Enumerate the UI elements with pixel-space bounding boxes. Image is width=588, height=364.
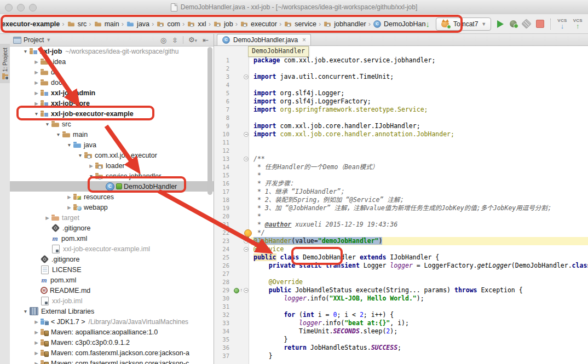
code-text[interactable]: * 1、继承 “IJobHandler”； <box>251 188 588 196</box>
code-text[interactable]: @JobHander(value="demoJobHandler") <box>251 237 588 245</box>
tree-item-resources[interactable]: resources <box>10 192 214 202</box>
intention-bulb-icon[interactable] <box>244 229 252 237</box>
breadcrumb-item-com[interactable]: com <box>155 19 181 29</box>
code-text[interactable]: return JobHandleStatus.SUCCESS; <box>251 344 588 352</box>
vcs-update-button[interactable]: VCS ↓ <box>557 19 567 30</box>
code-text[interactable]: package com.xxl.job.executor.service.job… <box>251 56 588 65</box>
expand-arrow-icon[interactable] <box>33 80 40 85</box>
tree-item-pom-xml[interactable]: pom.xml <box>10 275 214 285</box>
fold-marker-icon[interactable] <box>244 74 249 79</box>
code-text[interactable]: TimeUnit.SECONDS.sleep(2); <box>251 327 588 336</box>
breadcrumb-item-java[interactable]: java <box>125 19 150 29</box>
expand-arrow-icon[interactable] <box>33 319 40 325</box>
vcs-commit-button[interactable]: VCS ↑ <box>573 19 583 30</box>
fold-marker-icon[interactable] <box>244 132 249 137</box>
tree-item-xxl-job[interactable]: xxl-job~/workspaces/idea-git-workspace/g… <box>10 46 214 56</box>
tree-item-xxl-job-admin[interactable]: xxl-job-admin <box>10 88 214 98</box>
expand-arrow-icon[interactable] <box>33 70 40 75</box>
code-text[interactable]: @Service <box>251 245 588 253</box>
code-text[interactable]: logger.info("beat at:{}", i); <box>251 319 588 327</box>
run-configuration-select[interactable]: Tomcat7 ▼ <box>436 18 491 31</box>
code-text[interactable]: * @author xuxueli 2015-12-19 19:43:36 <box>251 221 588 229</box>
code-text[interactable] <box>251 138 588 147</box>
hide-panel-icon[interactable]: ⇤ <box>201 37 210 44</box>
expand-arrow-icon[interactable] <box>77 153 84 158</box>
code-text[interactable]: * 开发步骤： <box>251 180 588 188</box>
expand-arrow-icon[interactable] <box>44 215 51 221</box>
expand-arrow-icon[interactable] <box>88 163 95 169</box>
stop-button[interactable] <box>536 20 544 28</box>
tree-item-main[interactable]: main <box>10 129 214 140</box>
code-text[interactable]: import com.xxl.job.core.handler.annotati… <box>251 130 588 138</box>
code-text[interactable]: } <box>251 352 588 360</box>
expand-arrow-icon[interactable] <box>33 59 40 65</box>
code-text[interactable]: public JobHandleStatus execute(String...… <box>251 286 588 294</box>
expand-arrow-icon[interactable] <box>33 90 40 96</box>
expand-arrow-icon[interactable] <box>55 132 62 137</box>
tree-item-external-libraries[interactable]: External Libraries <box>10 306 214 316</box>
code-text[interactable] <box>251 147 588 155</box>
gear-icon[interactable]: ⚙▾ <box>187 36 199 44</box>
breadcrumb-item-jobhandler[interactable]: jobhandler <box>322 19 366 29</box>
code-text[interactable]: * <box>251 171 588 180</box>
breadcrumb-item-executor-example[interactable]: executor-example <box>1 20 60 28</box>
fold-marker-icon[interactable] <box>244 247 249 252</box>
expand-arrow-icon[interactable] <box>33 361 40 364</box>
tree-item-doc[interactable]: doc <box>10 77 214 88</box>
code-text[interactable]: } <box>251 336 588 344</box>
code-text[interactable]: * 2、装配到Spring，例如加 “@Service” 注解； <box>251 196 588 204</box>
tree-item-maven-com-fasterxml-jackson-core-jackson-c[interactable]: Maven: com.fasterxml.jackson.core:jackso… <box>10 358 214 364</box>
code-text[interactable]: */ <box>251 229 588 237</box>
tree-item-maven-c3p0-c3p0-0-9-1-2[interactable]: Maven: c3p0:c3p0:0.9.1.2 <box>10 337 214 348</box>
fold-marker-icon[interactable] <box>244 239 249 244</box>
spring-bean-icon[interactable] <box>234 288 239 293</box>
code-text[interactable] <box>251 270 588 278</box>
tree-item-pom-xml[interactable]: pom.xml <box>10 233 214 244</box>
expand-arrow-icon[interactable] <box>22 49 29 54</box>
expand-arrow-icon[interactable] <box>66 142 73 148</box>
code-text[interactable]: import com.xxl.job.core.handler.IJobHand… <box>251 122 588 130</box>
locate-file-icon[interactable]: ◎ <box>159 37 168 44</box>
tree-item-xxl-job-core[interactable]: xxl-job-core <box>10 98 214 108</box>
code-text[interactable]: * 3、加 “@JobHander” 注解，注解value值为新增任务生成的Jo… <box>251 204 588 212</box>
debug-button[interactable] <box>510 20 517 27</box>
code-text[interactable] <box>251 65 588 73</box>
run-button[interactable] <box>497 20 504 28</box>
tree-item-xxl-job-executor-example-iml[interactable]: xxl-job-executor-example.iml <box>10 244 214 254</box>
expand-arrow-icon[interactable] <box>33 340 40 345</box>
code-text[interactable]: public class DemoJobHandler extends IJob… <box>251 253 588 262</box>
project-scrollbar-thumb[interactable] <box>207 47 212 195</box>
collapse-all-icon[interactable]: ⇳ <box>170 37 180 44</box>
tree-item--gitignore[interactable]: .gitignore <box>10 223 214 233</box>
breadcrumb-item-xxl[interactable]: xxl <box>186 19 206 29</box>
breadcrumb-item-src[interactable]: src <box>66 19 88 29</box>
expand-arrow-icon[interactable] <box>33 111 40 117</box>
tree-item--jdk1-7-[interactable]: < JDK1.7 >/Library/Java/JavaVirtualMachi… <box>10 316 214 327</box>
chevron-down-icon[interactable]: ▼ <box>46 37 51 43</box>
tree-item-readme-md[interactable]: README.md <box>10 285 214 296</box>
breadcrumb-item-main[interactable]: main <box>93 19 120 29</box>
tree-item-maven-aopalliance-aopalliance-1-0[interactable]: Maven: aopalliance:aopalliance:1.0 <box>10 327 214 337</box>
code-text[interactable]: for (int i = 0; i < 2; i++) { <box>251 311 588 319</box>
tree-item-xxl-job-executor-example[interactable]: xxl-job-executor-example <box>10 108 214 119</box>
tree-item-maven-com-fasterxml-jackson-core-jackson-a[interactable]: Maven: com.fasterxml.jackson.core:jackso… <box>10 348 214 358</box>
code-text[interactable]: @Override <box>251 278 588 286</box>
code-text[interactable]: /** <box>251 155 588 163</box>
breadcrumb-item-service[interactable]: service <box>283 19 317 29</box>
fold-marker-icon[interactable] <box>244 157 249 161</box>
expand-arrow-icon[interactable] <box>88 174 95 179</box>
navigate-down-icon[interactable]: ↓ <box>426 20 430 28</box>
expand-arrow-icon[interactable] <box>33 101 40 106</box>
tree-item-src[interactable]: src <box>10 119 214 129</box>
tree-item-webapp[interactable]: webapp <box>10 202 214 212</box>
expand-arrow-icon[interactable] <box>33 350 40 356</box>
coverage-button[interactable] <box>522 19 532 28</box>
expand-arrow-icon[interactable] <box>66 205 73 210</box>
code-text[interactable]: * 任务Handler的一个Demo（Bean模式） <box>251 163 588 171</box>
expand-arrow-icon[interactable] <box>33 330 40 335</box>
code-text[interactable]: logger.info("XXL-JOB, Hello World."); <box>251 294 588 303</box>
code-text[interactable]: private static transient Logger logger =… <box>251 262 588 270</box>
code-text[interactable] <box>251 81 588 89</box>
tree-item--idea[interactable]: .idea <box>10 56 214 67</box>
tree-item-java[interactable]: java <box>10 140 214 150</box>
